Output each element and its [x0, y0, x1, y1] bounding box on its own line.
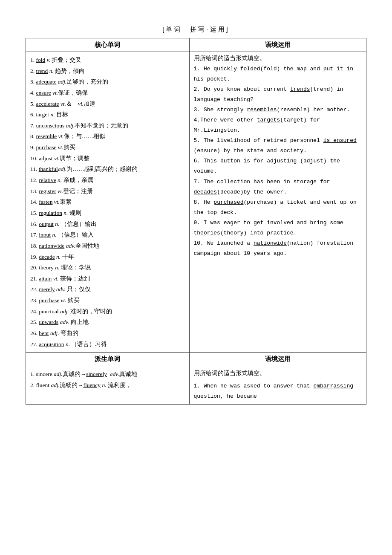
word-thankful: thankful: [39, 166, 58, 172]
word-bent: bent: [39, 330, 49, 336]
derived-context-fill-instruction: 用所给词的适当形式填空。: [194, 369, 362, 379]
word-nationwide: nationwide: [39, 243, 64, 249]
list-item: 5. accelerate vt.＆ vi.加速: [30, 98, 185, 110]
word-accelerate: accelerate: [36, 101, 59, 107]
list-item: 8. resemble vt.像；与……相似: [30, 131, 185, 142]
list-item: 24. punctual adj. 准时的，守时的: [30, 306, 185, 317]
context-exercises: 1. He quickly folded(fold) the map and p…: [194, 64, 362, 259]
list-item: 20. theory n. 理论；学说: [30, 262, 185, 273]
header-core-words: 核心单词: [26, 38, 190, 52]
header-derived-words: 派生单词: [26, 353, 190, 366]
page-title: [单词 拼写·运用]: [26, 26, 366, 34]
word-output: output: [39, 221, 54, 227]
main-table: 核心单词 语境运用 1. fold v. 折叠；交叉 2. trend n. 趋…: [26, 38, 366, 405]
list-item: 6. target n. 目标: [30, 109, 185, 120]
list-item: 13. register vi.登记；注册: [30, 186, 185, 197]
list-item: 1. sincere adj.真诚的→sincerely adv.真诚地: [30, 369, 185, 380]
word-resemble: resemble: [36, 133, 57, 139]
list-item: 7. unconscious adj.不知不觉的；无意的: [30, 120, 185, 131]
word-regulation: regulation: [39, 210, 62, 216]
content-row: 1. fold v. 折叠；交叉 2. trend n. 趋势，倾向 3. ad…: [26, 52, 366, 353]
list-item: 27. acquisition n. （语言）习得: [30, 339, 185, 350]
word-decade: decade: [39, 254, 55, 260]
derived-context-exercises: 1. When he was asked to answer that emba…: [194, 381, 362, 402]
list-item: 9. I was eager to get involved and bring…: [194, 218, 362, 238]
list-item: 16. output n. （信息）输出: [30, 219, 185, 230]
list-item: 11. thankfuladj.为……感到高兴的；感谢的: [30, 164, 185, 175]
derived-words-column: 1. sincere adj.真诚的→sincerely adv.真诚地 2. …: [26, 366, 190, 405]
list-item: 18. nationwide adv.全国性地: [30, 240, 185, 251]
list-item: 2. fluent adj.流畅的→fluency n. 流利度，: [30, 380, 185, 391]
list-item: 3. adequate adj.足够的，充分的: [30, 76, 185, 87]
list-item: 19. decade n. 十年: [30, 251, 185, 263]
context-fill-instruction: 用所给词的适当形式填空。: [194, 55, 362, 62]
word-unconscious: unconscious: [36, 122, 65, 129]
list-item: 17. input n. （信息）输入: [30, 229, 185, 240]
word-list: 1. fold v. 折叠；交叉 2. trend n. 趋势，倾向 3. ad…: [30, 55, 185, 350]
list-item: 1. He quickly folded(fold) the map and p…: [194, 64, 362, 84]
word-upwards: upwards: [39, 319, 58, 325]
derived-context-column: 用所给词的适当形式填空。 1. When he was asked to ans…: [189, 366, 366, 405]
list-item: 2. trend n. 趋势，倾向: [30, 66, 185, 77]
list-item: 15. regulation n. 规则: [30, 208, 185, 219]
list-item: 26. bent adj. 弯曲的: [30, 328, 185, 339]
list-item: 21. attain vt. 获得；达到: [30, 273, 185, 284]
word-trend: trend: [36, 68, 48, 74]
list-item: 5. The livelihood of retired personnel i…: [194, 136, 362, 156]
word-register: register: [39, 188, 56, 194]
derived-header-row: 派生单词 语境运用: [26, 353, 366, 366]
word-purchase-23: purchase: [39, 297, 59, 304]
header-context: 语境运用: [189, 38, 366, 52]
words-column: 1. fold v. 折叠；交叉 2. trend n. 趋势，倾向 3. ad…: [26, 52, 190, 353]
list-item: 10. adjust vt.调节；调整: [30, 153, 185, 164]
word-input: input: [39, 231, 51, 238]
list-item: 6. This button is for adjusting (adjust)…: [194, 156, 362, 176]
word-fasten: fasten: [39, 199, 52, 205]
list-item: 23. purchase vt. 购买: [30, 295, 185, 306]
list-item: 25. upwards adv. 向上地: [30, 317, 185, 328]
word-theory: theory: [39, 264, 54, 271]
word-fold: fold: [36, 57, 46, 63]
header-derived-context: 语境运用: [189, 353, 366, 366]
list-item: 22. merely adv. 只；仅仅: [30, 284, 185, 295]
list-item: 10. We launched a nationwide(nation) for…: [194, 238, 362, 259]
word-adjust: adjust: [39, 155, 52, 162]
list-item: 1. fold v. 折叠；交叉: [30, 55, 185, 66]
list-item: 14. fasten vt.束紧: [30, 197, 185, 208]
list-item: 1. When he was asked to answer that emba…: [194, 381, 362, 402]
word-ensure: ensure: [36, 90, 51, 96]
list-item: 3. She strongly resembles(resemble) her …: [194, 105, 362, 115]
word-attain: attain: [39, 275, 52, 282]
word-merely: merely: [39, 286, 55, 292]
list-item: 4. ensure vt.保证，确保: [30, 87, 185, 98]
context-column: 用所给词的适当形式填空。 1. He quickly folded(fold) …: [189, 52, 366, 353]
word-purchase-9: purchase: [36, 144, 57, 150]
word-target: target: [36, 111, 49, 118]
derived-content-row: 1. sincere adj.真诚的→sincerely adv.真诚地 2. …: [26, 366, 366, 405]
list-item: 4.There were other targets(target) for M…: [194, 115, 362, 136]
list-item: 8. He purchased(purchase) a ticket and w…: [194, 197, 362, 218]
list-item: 9. purchase vt.购买: [30, 142, 185, 153]
word-punctual: punctual: [39, 308, 59, 315]
word-adequate: adequate: [36, 78, 57, 85]
word-fluency: fluency: [84, 382, 101, 388]
list-item: 2. Do you know about current trends(tren…: [194, 84, 362, 105]
word-relative: relative: [39, 177, 56, 183]
word-acquisition: acquisition: [39, 341, 64, 347]
list-item: 7. The collection has been in storage fo…: [194, 177, 362, 197]
word-sincerely: sincerely: [86, 371, 107, 377]
list-item: 12. relative n. 亲戚，亲属: [30, 175, 185, 186]
